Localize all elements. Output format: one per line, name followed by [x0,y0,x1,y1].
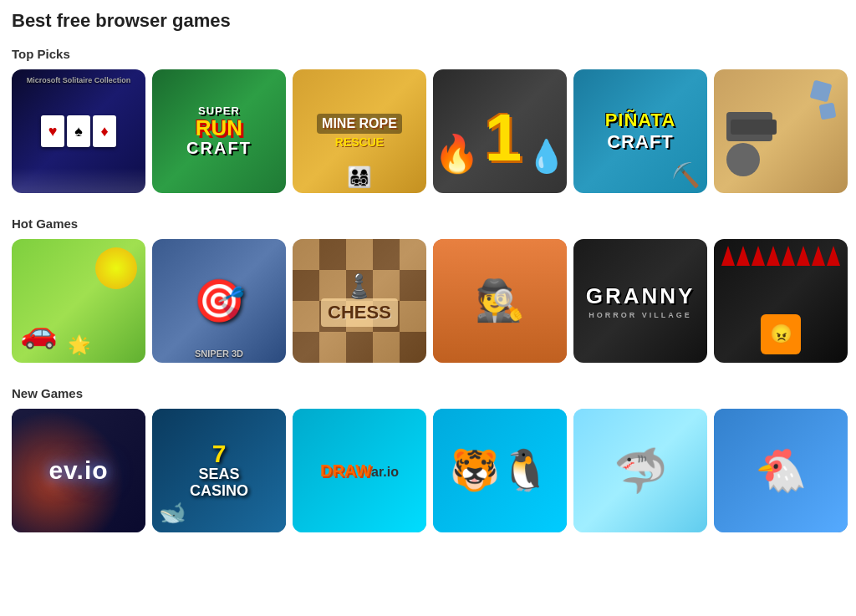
game-card-seas[interactable]: 7 SEASCASINO 🐋 [152,409,286,532]
game-card-gta[interactable]: 🕵️ [433,239,567,363]
game-card-minerope[interactable]: MINE ROPE RESCUE 👨‍👩‍👧‍👦 [293,69,426,193]
game-card-fireboy[interactable]: 🔥 1 💧 [433,69,567,193]
section-top-picks: Top Picks Microsoft Solitaire Collection… [12,47,844,193]
game-card-racing[interactable]: 🚗 🌟 [12,239,145,363]
game-card-cannon[interactable] [714,69,848,193]
section-hot-games: Hot Games 🚗 🌟 🎯 SNIPER 3D ♟️ CHESS 🕵️ GR… [12,216,844,363]
game-card-geometry[interactable]: 😠 [714,239,848,363]
game-card-shooter[interactable]: 🎯 SNIPER 3D [152,239,286,363]
game-card-granny[interactable]: GRANNY HORROR VILLAGE [573,239,707,363]
game-card-drawario[interactable]: DRAWar.io [293,409,426,532]
games-grid-hot-games: 🚗 🌟 🎯 SNIPER 3D ♟️ CHESS 🕵️ GRANNY HORRO… [12,239,844,363]
section-new-games: New Games ev.io 7 SEASCASINO 🐋 DRAWar.io… [12,386,844,532]
game-card-chicken[interactable]: 🐔 [714,409,848,532]
section-title-top-picks: Top Picks [12,47,844,61]
game-card-pinatacraft[interactable]: PIÑATA CRAFT ⛏️ [573,69,707,193]
game-card-chess[interactable]: ♟️ CHESS [293,239,426,363]
section-title-hot-games: Hot Games [12,216,844,231]
game-card-evio[interactable]: ev.io [12,409,145,532]
page-title: Best free browser games [12,10,844,32]
section-title-new-games: New Games [12,386,844,400]
game-card-solitaire[interactable]: Microsoft Solitaire Collection ♥ ♠ ♦ [12,69,145,193]
games-grid-top-picks: Microsoft Solitaire Collection ♥ ♠ ♦ SUP… [12,69,844,193]
games-grid-new-games: ev.io 7 SEASCASINO 🐋 DRAWar.io 🐯🐧 🦈 [12,409,844,532]
game-card-zoo[interactable]: 🐯🐧 [433,409,567,532]
game-card-superruncraft[interactable]: SUPER RUN CRAFT [152,69,286,193]
game-card-fishdom[interactable]: 🦈 [573,409,707,532]
